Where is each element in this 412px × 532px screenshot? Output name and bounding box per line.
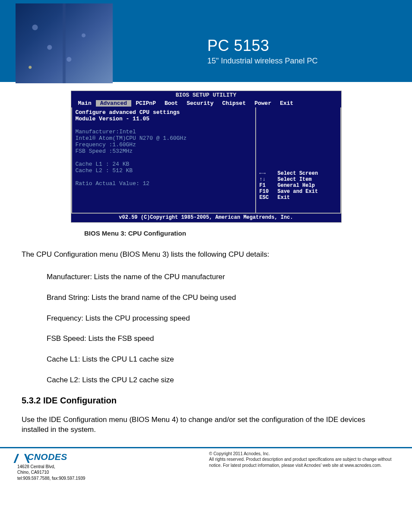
bios-help-row: F1 General Help [260, 183, 318, 189]
list-item: Manufacturer: Lists the name of the CPU … [47, 272, 390, 282]
footer-left: CNODES 14628 Central Blvd, Chino, CA9171… [17, 451, 85, 482]
bios-help-row: ESC Exit [260, 195, 318, 201]
bios-body: Configure advanced CPU settings Module V… [71, 107, 341, 214]
bios-help-text: Save and Exit [278, 189, 318, 195]
bios-tab-advanced[interactable]: Advanced [96, 100, 131, 107]
bios-help-legend: ←→ Select Screen ↑↓ Select Item F1 Gener… [260, 170, 318, 201]
list-item: Brand String: Lists the brand name of th… [47, 293, 390, 303]
bios-tab-power[interactable]: Power [250, 100, 276, 107]
bios-line: Module Version - 11.05 [76, 116, 252, 122]
bios-tab-chipset[interactable]: Chipset [218, 100, 250, 107]
bios-right-panel: ←→ Select Screen ↑↓ Select Item F1 Gener… [256, 107, 341, 214]
bios-help-key: F1 [260, 183, 278, 189]
bios-line: Configure advanced CPU settings [76, 109, 252, 116]
header-text: PC 5153 15" Industrial wireless Panel PC [207, 37, 318, 66]
header-banner: PC 5153 15" Industrial wireless Panel PC [0, 0, 412, 82]
body-intro: The CPU Configuration menu (BIOS Menu 3)… [22, 250, 390, 260]
company-logo: CNODES [17, 451, 85, 463]
bios-line: Frequency :1.60GHz [76, 142, 252, 148]
product-name: PC 5153 [207, 37, 318, 55]
bios-tab-boot[interactable]: Boot [160, 100, 182, 107]
bios-help-key: ←→ [260, 170, 278, 176]
list-item: Cache L2: Lists the CPU L2 cache size [47, 375, 390, 385]
bios-help-key: ↑↓ [260, 176, 278, 183]
bios-tab-main[interactable]: Main [74, 100, 96, 107]
bios-help-text: Select Screen [278, 170, 318, 176]
bullet-list: Manufacturer: Lists the name of the CPU … [47, 272, 390, 385]
footer-rule [0, 447, 412, 448]
footer-address-line: Chino, CA91710 [17, 469, 85, 475]
bios-help-key: F10 [260, 189, 278, 195]
bios-copyright: v02.59 (C)Copyright 1985-2005, American … [71, 214, 341, 222]
section-body: Use the IDE Configuration menu (BIOS Men… [22, 415, 390, 435]
bios-line: FSB Speed :532MHz [76, 148, 252, 154]
footer-copyright: © Copyright 2011 Acnodes, Inc. [209, 451, 399, 457]
header-motherboard-image [16, 3, 113, 83]
bios-tab-security[interactable]: Security [182, 100, 218, 107]
logo-mark-icon [17, 454, 27, 463]
bios-help-row: ←→ Select Screen [260, 170, 318, 176]
bios-screenshot: BIOS SETUP UTILITY Main Advanced PCIPnP … [71, 91, 342, 223]
page-footer: CNODES 14628 Central Blvd, Chino, CA9171… [0, 451, 412, 490]
bios-line: Intel® Atom(TM)CPU N270 @ 1.60GHz [76, 135, 252, 142]
footer-right: © Copyright 2011 Acnodes, Inc. All right… [209, 451, 399, 482]
list-item: Frequency: Lists the CPU processing spee… [47, 313, 390, 324]
bios-line: Cache L1 : 24 KB [76, 161, 252, 167]
bios-help-key: ESC [260, 195, 278, 201]
bios-caption: BIOS Menu 3: CPU Configuration [84, 230, 390, 237]
footer-address-line: tel:909.597.7588, fax:909.597.1939 [17, 475, 85, 482]
bios-left-panel: Configure advanced CPU settings Module V… [71, 107, 256, 214]
product-subtitle: 15" Industrial wireless Panel PC [207, 57, 318, 66]
bios-help-text: Exit [278, 195, 290, 201]
bios-help-row: F10 Save and Exit [260, 189, 318, 195]
bios-help-row: ↑↓ Select Item [260, 176, 318, 183]
bios-help-text: General Help [278, 183, 315, 189]
list-item: Cache L1: Lists the CPU L1 cache size [47, 354, 390, 365]
footer-address-line: 14628 Central Blvd, [17, 464, 85, 470]
list-item: FSB Speed: Lists the FSB speed [47, 334, 390, 344]
bios-tab-pcipnp[interactable]: PCIPnP [131, 100, 160, 107]
section-heading: 5.3.2 IDE Configuration [22, 396, 390, 406]
page-content: BIOS SETUP UTILITY Main Advanced PCIPnP … [0, 82, 412, 435]
bios-window-title: BIOS SETUP UTILITY [71, 91, 341, 99]
bios-tab-bar: Main Advanced PCIPnP Boot Security Chips… [71, 99, 341, 107]
bios-tab-exit[interactable]: Exit [276, 100, 298, 107]
bios-line: Ratio Actual Value: 12 [76, 180, 252, 187]
bios-line: Manufacturer:Intel [76, 129, 252, 135]
bios-line: Cache L2 : 512 KB [76, 167, 252, 174]
footer-notice: All rights reserved. Product description… [209, 456, 399, 468]
logo-text: CNODES [27, 451, 67, 463]
bios-help-text: Select Item [278, 176, 312, 183]
